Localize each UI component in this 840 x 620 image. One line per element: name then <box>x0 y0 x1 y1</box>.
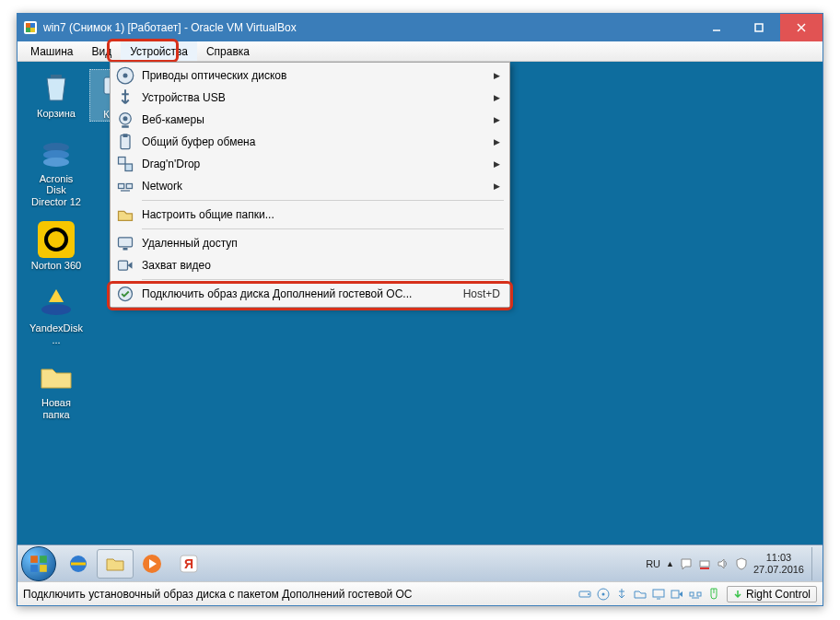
guest-display: Корзина Ком... Acronis Disk Director 12 … <box>18 62 822 581</box>
indicator-network-icon[interactable] <box>688 587 703 602</box>
indicator-shared-folder-icon[interactable] <box>633 587 648 602</box>
svg-rect-30 <box>30 556 38 563</box>
svg-rect-32 <box>30 565 38 572</box>
indicator-hdd-icon[interactable] <box>578 587 592 602</box>
indicator-mouse-icon[interactable] <box>706 587 721 602</box>
virtualbox-icon <box>23 20 38 35</box>
tray-volume-icon[interactable] <box>717 557 729 570</box>
norton-icon <box>38 221 75 258</box>
desktop-icon-norton[interactable]: Norton 360 <box>29 221 84 272</box>
window-controls <box>695 14 822 41</box>
status-message: Подключить установочный образ диска с па… <box>23 588 578 601</box>
tray-clock[interactable]: 11:03 27.07.2016 <box>753 552 806 574</box>
minimize-button[interactable] <box>695 14 738 41</box>
menu-shared-clipboard[interactable]: Общий буфер обмена▶ <box>112 131 508 153</box>
svg-rect-22 <box>123 134 128 137</box>
chevron-right-icon: ▶ <box>494 71 500 80</box>
menu-devices[interactable]: Устройства <box>121 41 197 61</box>
svg-rect-2 <box>30 23 35 28</box>
indicator-disc-icon[interactable] <box>596 587 611 602</box>
tray-chevron-icon[interactable]: ▲ <box>666 559 674 568</box>
svg-rect-4 <box>30 28 35 32</box>
taskbar-explorer[interactable] <box>97 549 134 579</box>
svg-rect-3 <box>26 28 30 32</box>
menu-shared-folders-settings[interactable]: Настроить общие папки... <box>112 204 508 226</box>
indicator-capture-icon[interactable] <box>670 587 684 602</box>
svg-rect-33 <box>40 565 47 572</box>
show-desktop-button[interactable] <box>811 547 819 580</box>
close-button[interactable] <box>780 14 822 41</box>
svg-rect-47 <box>697 592 701 596</box>
menu-help[interactable]: Справка <box>197 41 259 61</box>
folder-gear-icon <box>116 205 134 224</box>
svg-rect-24 <box>125 164 133 171</box>
indicator-display-icon[interactable] <box>651 587 666 602</box>
arrow-down-icon <box>733 590 742 599</box>
menu-insert-guest-additions[interactable]: Подключить образ диска Дополнений гостев… <box>112 283 508 305</box>
usb-icon <box>116 88 134 107</box>
svg-rect-28 <box>119 261 128 270</box>
menu-machine[interactable]: Машина <box>21 41 82 61</box>
menu-remote-display[interactable]: Удаленный доступ <box>112 232 508 254</box>
svg-text:Я: Я <box>184 556 193 571</box>
guest-taskbar: Я RU ▲ 11:03 27.07.2016 <box>18 544 822 581</box>
remote-icon <box>116 234 134 252</box>
menu-drag-n-drop[interactable]: Drag'n'Drop▶ <box>112 153 508 175</box>
svg-rect-23 <box>119 158 126 165</box>
tray-lang[interactable]: RU <box>646 558 660 569</box>
menu-video-capture[interactable]: Захват видео <box>112 254 508 276</box>
menu-network[interactable]: Network▶ <box>112 175 508 197</box>
svg-rect-46 <box>690 592 694 596</box>
titlebar: win7 (Снимок 1) [Работает] - Oracle VM V… <box>18 14 822 41</box>
menu-optical-drives[interactable]: Приводы оптических дисков▶ <box>112 64 508 87</box>
desktop-icon-new-folder[interactable]: Новая папка <box>29 358 84 420</box>
devices-dropdown: Приводы оптических дисков▶ Устройства US… <box>110 62 510 308</box>
virtualbox-window: win7 (Снимок 1) [Работает] - Oracle VM V… <box>17 13 823 606</box>
desktop-icon-acronis[interactable]: Acronis Disk Director 12 <box>29 135 84 208</box>
menu-webcams[interactable]: Веб-камеры▶ <box>112 109 508 131</box>
taskbar-yandex[interactable]: Я <box>170 549 207 579</box>
desktop-icon-yandexdisk[interactable]: YandexDisk... <box>29 284 84 345</box>
disc-icon <box>116 66 134 85</box>
menu-separator <box>142 228 504 229</box>
folder-icon <box>38 358 75 395</box>
svg-rect-27 <box>119 238 133 247</box>
clipboard-icon <box>116 133 134 151</box>
svg-point-16 <box>41 304 71 315</box>
drag-icon <box>116 155 134 173</box>
acronis-icon <box>38 135 75 171</box>
tray-shield-icon[interactable] <box>735 557 748 570</box>
host-key-indicator[interactable]: Right Control <box>727 586 817 602</box>
taskbar-ie[interactable] <box>60 549 97 579</box>
capture-icon <box>116 256 134 275</box>
chevron-right-icon: ▶ <box>494 137 500 146</box>
statusbar-indicators <box>578 587 721 602</box>
svg-rect-31 <box>40 556 47 563</box>
svg-point-20 <box>123 116 128 121</box>
svg-rect-38 <box>700 561 709 567</box>
svg-rect-25 <box>119 184 124 189</box>
svg-rect-26 <box>126 184 132 189</box>
tray-network-icon[interactable] <box>698 557 711 570</box>
indicator-usb-icon[interactable] <box>614 587 629 602</box>
svg-rect-6 <box>755 24 763 31</box>
menu-usb-devices[interactable]: Устройства USB▶ <box>112 87 508 109</box>
menu-separator <box>142 279 504 280</box>
window-title: win7 (Снимок 1) [Работает] - Oracle VM V… <box>43 21 695 34</box>
maximize-button[interactable] <box>738 14 780 41</box>
desktop-icon-recycle-bin[interactable]: Корзина <box>29 69 84 122</box>
chevron-right-icon: ▶ <box>494 159 500 169</box>
svg-rect-1 <box>26 23 30 28</box>
menu-separator <box>142 200 504 201</box>
chevron-right-icon: ▶ <box>494 181 500 191</box>
taskbar-wmp[interactable] <box>134 549 170 579</box>
start-button[interactable] <box>21 546 56 581</box>
svg-rect-14 <box>38 221 75 258</box>
tray-action-center-icon[interactable] <box>680 557 693 570</box>
webcam-icon <box>116 111 134 129</box>
svg-rect-45 <box>671 591 679 598</box>
menu-view[interactable]: Вид <box>82 41 121 61</box>
statusbar: Подключить установочный образ диска с па… <box>18 581 822 605</box>
chevron-right-icon: ▶ <box>494 115 500 124</box>
svg-point-43 <box>601 592 604 595</box>
